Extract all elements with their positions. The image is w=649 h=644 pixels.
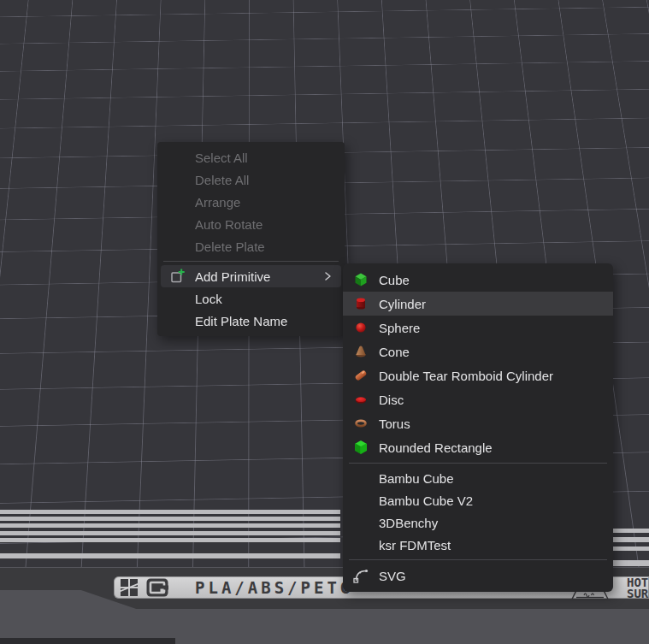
menu-item-label: Rounded Rectangle — [379, 440, 613, 455]
plate-stripe-single-left — [0, 553, 340, 558]
cylinder-icon — [343, 296, 379, 311]
menu-item-select-all: Select All — [157, 146, 345, 168]
viewport-3d[interactable]: PLA/ABS/PETG HOT SURFACE Select AllDelet… — [0, 0, 649, 644]
submenu-item-cylinder[interactable]: Cylinder — [343, 292, 613, 316]
menu-item-label: Disc — [379, 393, 613, 407]
submenu-item-svg[interactable]: SVG — [343, 564, 613, 588]
cube-icon — [343, 272, 379, 287]
submenu-item-double-tear-romboid-cylinder[interactable]: Double Tear Romboid Cylinder — [343, 363, 613, 387]
menu-item-label: Cylinder — [379, 297, 613, 311]
menu-item-label: ksr FDMTest — [379, 538, 613, 552]
menu-item-label: Lock — [195, 292, 345, 306]
menu-item-lock[interactable]: Lock — [157, 287, 345, 310]
add-primitive-submenu: CubeCylinderSphereConeDouble Tear Romboi… — [343, 263, 613, 592]
submenu-item-bambu-cube[interactable]: Bambu Cube — [343, 467, 613, 489]
menu-item-add-primitive[interactable]: Add Primitive — [161, 265, 341, 287]
submenu-item-ksr-fdmtest[interactable]: ksr FDMTest — [343, 534, 613, 556]
double-tear-romboid-cylinder-icon — [343, 368, 379, 383]
sphere-icon — [343, 320, 379, 335]
menu-item-label: Bambu Cube V2 — [379, 493, 613, 508]
bambu-logo-icon — [120, 578, 139, 597]
menu-item-edit-plate-name[interactable]: Edit Plate Name — [157, 310, 345, 332]
submenu-item-sphere[interactable]: Sphere — [343, 316, 613, 340]
floor-shadow — [0, 638, 175, 644]
menu-item-label: Arrange — [195, 195, 345, 210]
menu-item-label: Bambu Cube — [379, 471, 613, 486]
menu-item-label: Delete All — [195, 173, 345, 187]
menu-separator — [163, 261, 339, 262]
submenu-item-cone[interactable]: Cone — [343, 340, 613, 363]
torus-icon — [343, 416, 379, 431]
submenu-item-bambu-cube-v2[interactable]: Bambu Cube V2 — [343, 489, 613, 511]
menu-item-label: Delete Plate — [195, 239, 345, 254]
menu-item-label: 3DBenchy — [379, 516, 613, 530]
menu-item-label: Edit Plate Name — [195, 314, 345, 328]
plate-stripe-texture-right — [613, 529, 649, 551]
menu-item-auto-rotate: Auto Rotate — [157, 213, 345, 235]
menu-item-label: Cube — [379, 273, 613, 287]
submenu-item-torus[interactable]: Torus — [343, 411, 613, 435]
plate-badge-icon — [146, 578, 168, 597]
submenu-item-cube[interactable]: Cube — [343, 268, 613, 292]
submenu-item-3dbenchy[interactable]: 3DBenchy — [343, 511, 613, 534]
submenu-item-disc[interactable]: Disc — [343, 387, 613, 411]
plate-surface-label: PLA/ABS/PETG — [195, 576, 353, 599]
cone-icon — [343, 344, 379, 359]
menu-item-arrange: Arrange — [157, 191, 345, 213]
menu-item-label: Sphere — [379, 321, 613, 335]
hot-text-line2: SURFACE — [627, 588, 649, 600]
menu-item-label: Torus — [379, 417, 613, 431]
svg-curve-icon — [343, 567, 379, 584]
menu-item-delete-plate: Delete Plate — [157, 235, 345, 257]
menu-item-label: Add Primitive — [195, 269, 322, 284]
menu-item-delete-all: Delete All — [157, 168, 345, 191]
menu-separator — [349, 559, 607, 560]
menu-item-label: Select All — [195, 151, 345, 165]
menu-item-label: SVG — [379, 569, 613, 583]
rounded-rectangle-icon — [343, 440, 379, 455]
plate-stripe-single-right — [613, 560, 649, 566]
submenu-item-rounded-rectangle[interactable]: Rounded Rectangle — [343, 435, 613, 459]
disc-icon — [343, 392, 379, 407]
hot-surface-warning-text: HOT SURFACE — [627, 577, 649, 599]
menu-item-label: Double Tear Romboid Cylinder — [379, 369, 613, 383]
add-primitive-icon — [161, 268, 195, 285]
chevron-right-icon — [322, 270, 333, 282]
menu-separator — [349, 463, 607, 464]
plate-stripe-texture-left — [0, 510, 340, 545]
menu-item-label: Auto Rotate — [195, 217, 345, 232]
menu-item-label: Cone — [379, 345, 613, 359]
plate-context-menu: Select AllDelete AllArrangeAuto RotateDe… — [157, 142, 345, 336]
